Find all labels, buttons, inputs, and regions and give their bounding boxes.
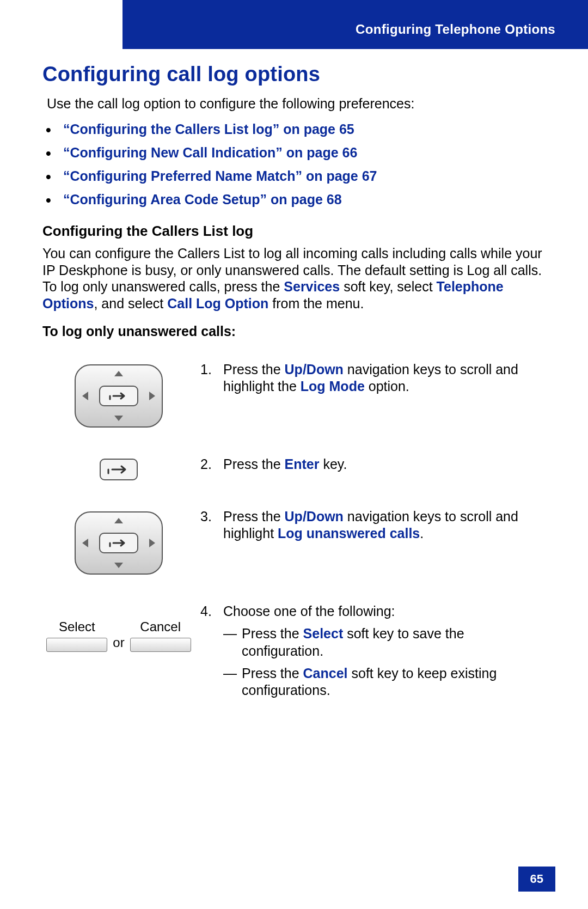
enter-key-icon [99,458,138,481]
cancel-label: Cancel [140,619,181,635]
or-text: or [113,621,124,650]
cancel-softkey-col: Cancel [130,619,191,652]
content-area: Configuring call log options Use the cal… [42,63,546,699]
step-4-text: 4. Choose one of the following: — Press … [200,603,546,699]
header-title: Configuring Telephone Options [356,22,555,37]
toc-link-callers-list[interactable]: “Configuring the Callers List log” on pa… [42,121,546,137]
select-softkey-col: Select [46,619,107,652]
substep-desc: Press the Cancel soft key to keep existi… [242,665,546,699]
navpad-icon [74,510,164,576]
page-title: Configuring call log options [42,63,546,86]
toc-link-new-call-indication[interactable]: “Configuring New Call Indication” on pag… [42,145,546,161]
step-3-illustration [42,508,195,576]
updown-ref: Up/Down [285,509,344,524]
services-softkey-ref: Services [284,279,340,294]
toc-link-area-code-setup[interactable]: “Configuring Area Code Setup” on page 68 [42,192,546,208]
log-mode-ref: Log Mode [301,379,365,394]
body-text: Press the [223,509,285,524]
step-number: 4. [200,603,223,699]
step-desc: Press the Enter key. [223,456,546,473]
step-1-text: 1. Press the Up/Down navigation keys to … [200,361,546,395]
step-desc: Press the Up/Down navigation keys to scr… [223,508,546,542]
body-text: key. [319,456,347,472]
step-1-illustration [42,361,195,429]
navpad-icon [74,363,164,429]
toc-link-preferred-name-match[interactable]: “Configuring Preferred Name Match” on pa… [42,168,546,184]
body-text: soft key, select [340,279,436,294]
toc-list: “Configuring the Callers List log” on pa… [42,121,546,208]
step-3: 3. Press the Up/Down navigation keys to … [42,508,546,576]
select-label: Select [59,619,95,635]
section-heading: Configuring the Callers List log [42,223,546,240]
select-ref: Select [303,626,344,641]
intro-text: Use the call log option to configure the… [47,96,546,112]
page-number: 65 [518,867,555,892]
body-text: , and select [94,296,167,311]
step-number: 3. [200,508,223,542]
step-4: Select or Cancel 4. Choose one of the fo… [42,603,546,699]
section-body: You can configure the Callers List to lo… [42,245,546,312]
body-text: from the menu. [268,296,364,311]
step-desc: Press the Up/Down navigation keys to scr… [223,361,546,395]
cancel-softkey-icon [130,638,191,652]
page: Configuring Telephone Options Configurin… [0,0,588,909]
body-text: Choose one of the following: [223,603,395,619]
step-2: 2. Press the Enter key. [42,456,546,481]
step-number: 2. [200,456,223,473]
enter-ref: Enter [285,456,320,472]
step-3-text: 3. Press the Up/Down navigation keys to … [200,508,546,542]
dash-icon: — [223,625,242,660]
procedure-heading: To log only unanswered calls: [42,324,546,339]
cancel-ref: Cancel [303,666,348,681]
body-text: Press the [223,362,285,377]
step-1: 1. Press the Up/Down navigation keys to … [42,361,546,429]
softkeys-illustration: Select or Cancel [46,619,191,652]
substep-1: — Press the Select soft key to save the … [223,625,546,660]
body-text: Press the [242,626,303,641]
body-text: option. [365,379,409,394]
step-desc: Choose one of the following: — Press the… [223,603,546,699]
step-number: 1. [200,361,223,395]
header-band: Configuring Telephone Options [122,0,588,49]
body-text: Press the [242,666,303,681]
step-4-illustration: Select or Cancel [42,603,195,652]
steps-list: 1. Press the Up/Down navigation keys to … [42,361,546,699]
substep-2: — Press the Cancel soft key to keep exis… [223,665,546,699]
body-text: . [420,526,424,541]
body-text: Press the [223,456,285,472]
select-softkey-icon [46,638,107,652]
step-2-illustration [42,456,195,481]
call-log-option-ref: Call Log Option [167,296,268,311]
substep-desc: Press the Select soft key to save the co… [242,625,546,660]
updown-ref: Up/Down [285,362,344,377]
log-unanswered-ref: Log unanswered calls [278,526,420,541]
dash-icon: — [223,665,242,699]
step-2-text: 2. Press the Enter key. [200,456,546,473]
